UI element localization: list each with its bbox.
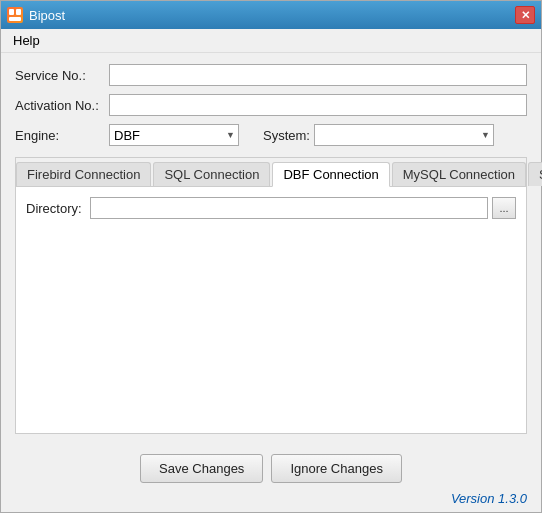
activation-no-label: Activation No.: [15, 98, 105, 113]
main-window: Bipost ✕ Help Service No.: Activation No… [0, 0, 542, 513]
tabs-container: Firebird Connection SQL Connection DBF C… [15, 157, 527, 434]
version-text: Version 1.3.0 [1, 489, 541, 512]
content-area: Service No.: Activation No.: Engine: DBF… [1, 53, 541, 444]
svg-rect-2 [9, 17, 21, 21]
window-title: Bipost [29, 8, 65, 23]
tab-sql-anywhere[interactable]: SQL Anywhere [528, 162, 542, 186]
directory-label: Directory: [26, 201, 82, 216]
close-button[interactable]: ✕ [515, 6, 535, 24]
help-menu[interactable]: Help [5, 31, 48, 50]
system-select[interactable] [314, 124, 494, 146]
menu-bar: Help [1, 29, 541, 53]
engine-system-row: Engine: DBF Firebird MySQL SQL SQL Anywh… [15, 123, 527, 147]
service-no-label: Service No.: [15, 68, 105, 83]
tab-dbf-connection[interactable]: DBF Connection [272, 162, 389, 187]
tab-sql-connection[interactable]: SQL Connection [153, 162, 270, 186]
activation-no-input[interactable] [109, 94, 527, 116]
tab-mysql-connection[interactable]: MySQL Connection [392, 162, 526, 186]
engine-label: Engine: [15, 128, 105, 143]
browse-button[interactable]: ... [492, 197, 516, 219]
system-section: System: [263, 124, 494, 146]
system-select-wrapper [314, 124, 494, 146]
activation-no-row: Activation No.: [15, 93, 527, 117]
directory-row: Directory: ... [26, 197, 516, 219]
save-changes-button[interactable]: Save Changes [140, 454, 263, 483]
system-label: System: [263, 128, 310, 143]
ignore-changes-button[interactable]: Ignore Changes [271, 454, 402, 483]
engine-select[interactable]: DBF Firebird MySQL SQL SQL Anywhere [109, 124, 239, 146]
tab-firebird-connection[interactable]: Firebird Connection [16, 162, 151, 186]
dbf-tab-content: Directory: ... [16, 187, 526, 433]
bottom-buttons: Save Changes Ignore Changes [1, 444, 541, 489]
app-icon [7, 7, 23, 23]
title-bar: Bipost ✕ [1, 1, 541, 29]
service-no-row: Service No.: [15, 63, 527, 87]
directory-input[interactable] [90, 197, 488, 219]
title-controls: ✕ [515, 6, 535, 24]
service-no-input[interactable] [109, 64, 527, 86]
title-bar-left: Bipost [7, 7, 65, 23]
svg-rect-0 [9, 9, 14, 15]
engine-select-wrapper: DBF Firebird MySQL SQL SQL Anywhere [109, 124, 239, 146]
svg-rect-1 [16, 9, 21, 15]
tabs-header: Firebird Connection SQL Connection DBF C… [16, 158, 526, 187]
